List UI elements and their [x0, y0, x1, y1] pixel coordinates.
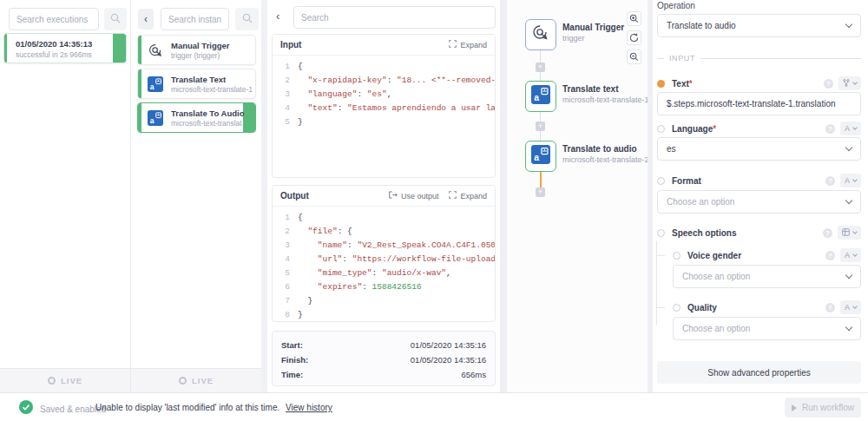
step-title: Translate Text: [171, 75, 226, 85]
expand-icon: [449, 191, 457, 201]
timing-row-start: Start: 01/05/2020 14:35:16: [281, 338, 486, 352]
diagram-node-title[interactable]: Translate text: [562, 84, 618, 94]
diagram-node-manual-trigger[interactable]: [525, 19, 556, 50]
instance-step-translate-text[interactable]: a Translate Text microsoft-text-translat…: [137, 69, 256, 99]
diagram-node-translate-text[interactable]: a: [525, 81, 556, 112]
diagram-node-subtitle: trigger: [562, 34, 585, 43]
svg-text:a: a: [534, 93, 539, 102]
search-executions-button[interactable]: [104, 8, 127, 30]
type-selector-expression[interactable]: [838, 76, 861, 90]
use-output-icon: [389, 191, 398, 201]
step-subtitle: microsoft-text-translate-2...: [171, 119, 242, 128]
help-icon[interactable]: ?: [824, 79, 833, 89]
nested-guide-line: [656, 241, 657, 325]
chevron-down-icon: [845, 324, 852, 331]
chevron-down-icon: [852, 80, 858, 85]
help-icon[interactable]: ?: [823, 228, 832, 238]
search-icon: [110, 13, 121, 26]
diagram-node-title[interactable]: Manual Trigger: [562, 23, 624, 32]
format-select[interactable]: Choose an option: [657, 190, 861, 214]
add-step-button[interactable]: +: [536, 62, 545, 72]
executions-live-toggle[interactable]: LIVE: [0, 368, 130, 392]
help-icon[interactable]: ?: [825, 251, 835, 260]
collapse-panel-button[interactable]: ‹: [138, 9, 154, 30]
search-instance-input[interactable]: [161, 8, 229, 30]
type-selector-string[interactable]: A: [840, 248, 861, 262]
back-chevron-icon: ‹: [144, 13, 148, 25]
connector-line-active: [540, 172, 542, 187]
help-icon[interactable]: ?: [825, 124, 835, 134]
execution-timestamp: 01/05/2020 14:35:13: [16, 39, 92, 49]
text-value-input[interactable]: $.steps.microsoft-text-translate-1.trans…: [657, 92, 861, 115]
instance-step-translate-to-audio[interactable]: a Translate To Audio microsoft-text-tran…: [137, 102, 256, 133]
inspector-back-button[interactable]: ‹: [276, 10, 279, 23]
instance-step-manual-trigger[interactable]: Manual Trigger trigger (trigger): [137, 35, 256, 65]
expand-input-button[interactable]: Expand: [449, 40, 487, 49]
run-workflow-button[interactable]: Run workflow: [785, 398, 861, 418]
input-section-label: INPUT: [669, 54, 695, 62]
type-selector-string[interactable]: A: [840, 122, 861, 135]
refresh-icon: [629, 30, 639, 46]
timing-row-time: Time: 656ms: [281, 367, 486, 382]
chevron-down-icon: [845, 144, 852, 151]
output-panel: Output Use output Expand: [272, 185, 496, 322]
operation-value: Translate to audio: [667, 21, 736, 30]
executions-panel: 01/05/2020 14:35:13 successful in 2s 966…: [0, 0, 131, 392]
zoom-in-button[interactable]: [627, 11, 641, 26]
field-dot-icon: [657, 80, 665, 88]
inspector-search-input[interactable]: [293, 6, 496, 29]
field-dot-icon: [657, 229, 665, 237]
type-selector-object[interactable]: [838, 226, 861, 240]
add-step-button[interactable]: +: [536, 187, 545, 197]
search-instance-button[interactable]: [235, 8, 259, 30]
live-indicator-icon: [48, 377, 56, 385]
refresh-view-button[interactable]: [627, 30, 641, 45]
check-circle-icon: [19, 400, 33, 418]
step-subtitle: trigger (trigger): [171, 51, 220, 61]
inspector-panel: ‹ Input Expand 1{2 "x-rapidapi-key": "18…: [267, 0, 500, 392]
instance-live-toggle[interactable]: LIVE: [131, 368, 261, 392]
field-dot-icon: [673, 252, 681, 260]
type-selector-string[interactable]: A: [840, 174, 861, 187]
input-section-divider: INPUT: [657, 54, 861, 62]
view-history-link[interactable]: View history: [286, 403, 332, 412]
input-code[interactable]: 1{2 "x-rapidapi-key": "18... <**--remove…: [273, 56, 495, 134]
timing-row-finish: Finish: 01/05/2020 14:35:16: [281, 352, 486, 367]
voice-gender-select[interactable]: Choose an option: [673, 265, 861, 288]
input-panel-title: Input: [280, 40, 301, 49]
step-subtitle: microsoft-text-translate-1 (tra..: [171, 85, 253, 95]
field-row-text: Text* ?: [657, 76, 861, 90]
quality-select[interactable]: Choose an option: [673, 317, 861, 340]
search-executions-input[interactable]: [9, 8, 99, 30]
object-type-icon: [842, 228, 850, 238]
zoom-out-button[interactable]: [627, 49, 641, 64]
translate-icon: a: [148, 110, 163, 129]
help-icon[interactable]: ?: [825, 176, 835, 186]
timing-summary: Start: 01/05/2020 14:35:16 Finish: 01/05…: [272, 331, 496, 386]
step-title: Manual Trigger: [171, 41, 230, 51]
save-status: Saved & enabled: [19, 400, 106, 418]
diagram-node-title[interactable]: Translate to audio: [562, 144, 637, 154]
language-select[interactable]: es: [657, 137, 861, 161]
zoom-in-icon: [629, 11, 639, 27]
live-indicator-icon: [179, 377, 187, 385]
use-output-button[interactable]: Use output: [389, 191, 439, 201]
live-label: LIVE: [192, 376, 214, 385]
string-type-icon: A: [845, 176, 850, 185]
field-label: Language: [672, 124, 713, 134]
svg-text:a: a: [150, 116, 155, 125]
execution-list-item[interactable]: 01/05/2020 14:35:13 successful in 2s 966…: [3, 33, 127, 63]
manual-trigger-icon: [531, 23, 550, 46]
add-step-button[interactable]: +: [536, 122, 545, 131]
output-code[interactable]: 1{2 "file": {3 "name": "V2_Rest_Speak.CO…: [273, 207, 495, 322]
svg-text:a: a: [150, 82, 155, 91]
type-selector-string[interactable]: A: [840, 300, 861, 314]
expand-output-button[interactable]: Expand: [449, 191, 487, 201]
show-advanced-properties-button[interactable]: Show advanced properties: [657, 361, 861, 384]
operation-select[interactable]: Translate to audio: [657, 14, 861, 37]
diagram-node-translate-to-audio[interactable]: a: [525, 141, 556, 172]
help-icon[interactable]: ?: [825, 303, 835, 312]
field-dot-icon: [657, 125, 665, 133]
field-row-language: Language* ? A: [657, 122, 861, 135]
field-label: Quality: [687, 303, 717, 312]
